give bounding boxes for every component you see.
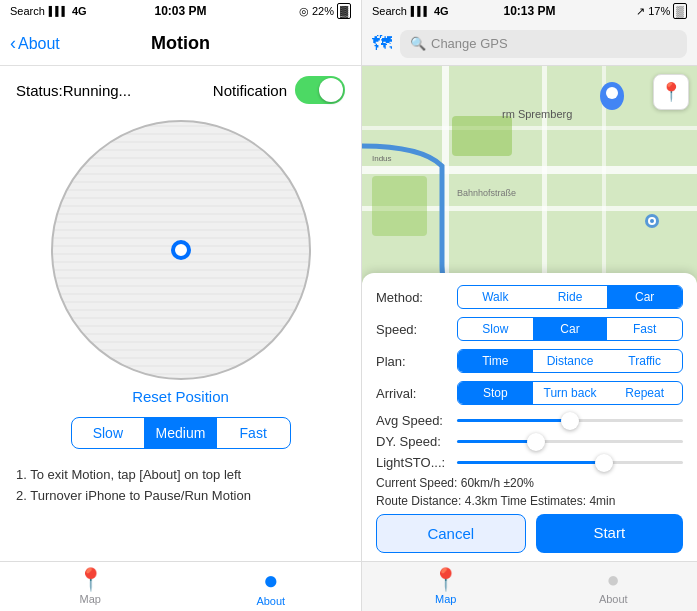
nav-bar-left: ‹ About Motion: [0, 22, 361, 66]
arrival-repeat[interactable]: Repeat: [607, 382, 682, 404]
speed-fast-right[interactable]: Fast: [607, 318, 682, 340]
avgspeed-fill: [457, 419, 570, 422]
tab-about-label-right: About: [599, 593, 628, 605]
signal-icon-right: ▌▌▌: [411, 6, 430, 16]
status-bar-right: Search ▌▌▌ 4G 10:13 PM ↗ 17% ▒: [362, 0, 697, 22]
tab-bar-right: 📍 Map ● About: [362, 561, 697, 611]
svg-rect-5: [362, 126, 697, 130]
battery-right: 17%: [648, 5, 670, 17]
tab-about-left[interactable]: ● About: [181, 567, 362, 607]
speed-medium[interactable]: Medium: [144, 418, 217, 448]
speed-label: Speed:: [376, 322, 451, 337]
chevron-left-icon: ‹: [10, 33, 16, 54]
plan-traffic[interactable]: Traffic: [607, 350, 682, 372]
motion-content: Status:Running... Notification Reset Pos…: [0, 66, 361, 561]
tab-about-right[interactable]: ● About: [530, 569, 698, 605]
speed-fast[interactable]: Fast: [217, 418, 290, 448]
method-segmented: Walk Ride Car: [457, 285, 683, 309]
map-icon-right: 📍: [432, 569, 459, 591]
arrival-row: Arrival: Stop Turn back Repeat: [376, 381, 683, 405]
speed-slow-right[interactable]: Slow: [458, 318, 533, 340]
status-text: Status:Running...: [16, 82, 131, 99]
method-ride[interactable]: Ride: [533, 286, 608, 308]
plan-time[interactable]: Time: [458, 350, 533, 372]
tab-map-label-left: Map: [80, 593, 101, 605]
lightsto-fill: [457, 461, 604, 464]
dyspeed-thumb[interactable]: [527, 433, 545, 451]
notification-toggle[interactable]: [295, 76, 345, 104]
action-buttons: Cancel Start: [376, 514, 683, 553]
time-right: 10:13 PM: [503, 4, 555, 18]
right-panel: Search ▌▌▌ 4G 10:13 PM ↗ 17% ▒ 🗺 🔍 Chang…: [362, 0, 697, 611]
gyroscope-circle: [51, 120, 311, 380]
avgspeed-label: Avg Speed:: [376, 413, 451, 428]
dyspeed-row: DY. Speed:: [376, 434, 683, 449]
svg-point-15: [650, 219, 654, 223]
gps-search-input[interactable]: 🔍 Change GPS: [400, 30, 687, 58]
tab-map-right[interactable]: 📍 Map: [362, 569, 530, 605]
instruction-1: 1. To exit Motion, tap [About] on top le…: [16, 465, 345, 486]
search-placeholder: Change GPS: [431, 36, 508, 51]
carrier-left: 4G: [72, 5, 87, 17]
dyspeed-slider[interactable]: [457, 440, 683, 443]
notification-label: Notification: [213, 82, 287, 99]
method-row: Method: Walk Ride Car: [376, 285, 683, 309]
dyspeed-label: DY. Speed:: [376, 434, 451, 449]
lightsto-slider[interactable]: [457, 461, 683, 464]
lightsto-row: LightSTO...:: [376, 455, 683, 470]
method-walk[interactable]: Walk: [458, 286, 533, 308]
speed-car-right[interactable]: Car: [533, 318, 608, 340]
status-notification-row: Status:Running... Notification: [16, 76, 345, 104]
location-icon: 📍: [660, 81, 682, 103]
battery-icon-right: ▒: [673, 3, 687, 19]
tab-map-label-right: Map: [435, 593, 456, 605]
search-icon: 🔍: [410, 36, 426, 51]
speed-selector: Slow Medium Fast: [71, 417, 291, 449]
plan-row: Plan: Time Distance Traffic: [376, 349, 683, 373]
search-bar: 🗺 🔍 Change GPS: [362, 22, 697, 66]
svg-text:Indus: Indus: [372, 154, 392, 163]
avgspeed-row: Avg Speed:: [376, 413, 683, 428]
battery-icon-left: ▓: [337, 3, 351, 19]
reset-position-button[interactable]: Reset Position: [132, 388, 229, 405]
signal-icon-left: ▌▌▌: [49, 6, 68, 16]
speed-row: Speed: Slow Car Fast: [376, 317, 683, 341]
arrival-segmented: Stop Turn back Repeat: [457, 381, 683, 405]
current-speed-info: Current Speed: 60km/h ±20%: [376, 476, 683, 490]
arrival-stop[interactable]: Stop: [458, 382, 533, 404]
nav-title: Motion: [151, 33, 210, 54]
toggle-knob: [319, 78, 343, 102]
svg-rect-9: [452, 116, 512, 156]
route-info: Route Distance: 4.3km Time Estimates: 4m…: [376, 494, 683, 508]
instructions: 1. To exit Motion, tap [About] on top le…: [16, 465, 345, 507]
svg-rect-3: [362, 166, 697, 174]
time-estimates: Time Estimates: 4min: [501, 494, 616, 508]
cancel-button[interactable]: Cancel: [376, 514, 526, 553]
location-button[interactable]: 📍: [653, 74, 689, 110]
status-bar-left: Search ▌▌▌ 4G 10:03 PM ◎ 22% ▓: [0, 0, 361, 22]
about-circle-icon: ●: [607, 569, 620, 591]
battery-left: 22%: [312, 5, 334, 17]
plan-segmented: Time Distance Traffic: [457, 349, 683, 373]
about-icon-left: ●: [263, 567, 279, 593]
plan-distance[interactable]: Distance: [533, 350, 608, 372]
app-name-right: Search: [372, 5, 407, 17]
speed-slow[interactable]: Slow: [72, 418, 145, 448]
method-car[interactable]: Car: [607, 286, 682, 308]
avgspeed-slider[interactable]: [457, 419, 683, 422]
svg-text:Bahnhofstraße: Bahnhofstraße: [457, 188, 516, 198]
svg-point-12: [606, 87, 618, 99]
arrival-turnback[interactable]: Turn back: [533, 382, 608, 404]
start-button[interactable]: Start: [536, 514, 684, 553]
center-dot: [171, 240, 191, 260]
app-name-left: Search: [10, 5, 45, 17]
svg-rect-10: [372, 176, 427, 236]
speed-segmented: Slow Car Fast: [457, 317, 683, 341]
gps-icon-left: ◎: [299, 5, 309, 18]
back-label[interactable]: About: [18, 35, 60, 53]
avgspeed-thumb[interactable]: [561, 412, 579, 430]
tab-map-left[interactable]: 📍 Map: [0, 569, 181, 605]
tab-about-label-left: About: [256, 595, 285, 607]
lightsto-thumb[interactable]: [595, 454, 613, 472]
back-button[interactable]: ‹ About: [10, 33, 60, 54]
